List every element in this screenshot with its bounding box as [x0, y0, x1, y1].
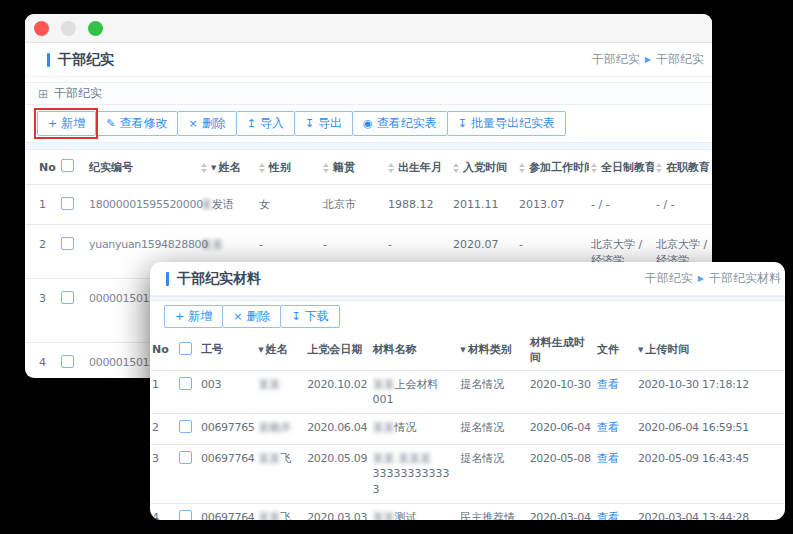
- column-header-generated-time: 材料生成时间: [528, 332, 595, 370]
- column-header-material-name: 材料名称: [370, 332, 458, 370]
- table-header-row: No 工号 ▼姓名 上党会日期 材料名称 ▼材料类别 材料生成时间 文件 ▼上传…: [150, 332, 785, 370]
- column-header-native-place[interactable]: 籍贯: [321, 150, 386, 185]
- column-header-name[interactable]: ▼姓名: [199, 150, 257, 185]
- page-title: 干部纪实材料: [166, 270, 261, 288]
- filter-icon[interactable]: ▼: [211, 164, 216, 172]
- sort-icon[interactable]: [259, 163, 265, 173]
- toolbar: + 新增 ✎ 查看修改 × 删除 ↥ 导入 ↧ 导出 ◉ 查看纪实表 ↧ 批量导…: [25, 105, 712, 142]
- breadcrumb-item[interactable]: 干部纪实: [645, 270, 693, 287]
- select-all-checkbox[interactable]: [61, 159, 74, 172]
- table-row: 1 18000001595520000 某发语 女 北京市 1988.12 20…: [25, 185, 712, 225]
- plus-icon: +: [48, 118, 57, 129]
- annotation-highlight-box: + 新增: [37, 111, 95, 136]
- filter-icon[interactable]: ▼: [258, 346, 263, 354]
- column-header-name[interactable]: ▼姓名: [256, 332, 305, 370]
- delete-button[interactable]: × 删除: [177, 111, 236, 136]
- record-id: 18000001595520000: [87, 185, 199, 225]
- column-header-gender[interactable]: 性别: [257, 150, 321, 185]
- row-checkbox[interactable]: [179, 510, 192, 520]
- import-button[interactable]: ↥ 导入: [236, 111, 295, 136]
- filter-icon[interactable]: ▼: [460, 346, 465, 354]
- upload-icon: ↥: [247, 118, 256, 129]
- breadcrumb: 干部纪实 ▶ 干部纪实材料: [645, 270, 781, 287]
- add-button[interactable]: + 新增: [37, 111, 96, 136]
- column-header-onjob-education[interactable]: 在职教育: [654, 150, 712, 185]
- view-record-table-button[interactable]: ◉ 查看纪实表: [352, 111, 448, 136]
- row-checkbox[interactable]: [61, 355, 74, 368]
- column-header-birth-date[interactable]: 出生年月: [386, 150, 451, 185]
- name-cell: 某某飞: [256, 444, 305, 503]
- column-header-meeting-date: 上党会日期: [305, 332, 370, 370]
- column-header-upload-time[interactable]: ▼上传时间: [636, 332, 785, 370]
- sort-icon[interactable]: [656, 163, 662, 173]
- minimize-button[interactable]: [61, 21, 76, 36]
- title-accent-bar: [166, 272, 169, 286]
- edit-icon: ✎: [106, 118, 115, 129]
- close-icon: ×: [188, 118, 197, 129]
- name-cell: 某发语: [199, 185, 257, 225]
- batch-export-record-table-button[interactable]: ↧ 批量导出纪实表: [447, 111, 566, 136]
- name-cell: 某某: [256, 370, 305, 414]
- chevron-right-icon: ▶: [698, 274, 704, 283]
- titlebar: [25, 14, 712, 43]
- column-header-employee-id: 工号: [199, 332, 256, 370]
- view-file-link[interactable]: 查看: [597, 452, 619, 465]
- sort-icon[interactable]: [201, 163, 207, 173]
- chevron-right-icon: ▶: [645, 55, 651, 64]
- eye-icon: ◉: [363, 118, 373, 129]
- close-icon: ×: [233, 311, 242, 322]
- view-edit-button[interactable]: ✎ 查看修改: [95, 111, 178, 136]
- close-button[interactable]: [34, 21, 49, 36]
- delete-button[interactable]: × 删除: [222, 305, 281, 328]
- maximize-button[interactable]: [88, 21, 103, 36]
- download-icon: ↧: [458, 118, 467, 129]
- row-checkbox[interactable]: [61, 291, 74, 304]
- breadcrumb-item: 干部纪实: [656, 51, 704, 68]
- table-header-row: No 纪实编号 ▼姓名 性别 籍贯 出生年月 入党时间 参加工作时间 全日制教育…: [25, 150, 712, 185]
- filter-icon[interactable]: ▼: [638, 346, 643, 354]
- column-header-material-category[interactable]: ▼材料类别: [458, 332, 527, 370]
- sort-icon[interactable]: [591, 163, 597, 173]
- table-row: 1 003 某某 2020.10.02 某某上会材料001 提名情况 2020-…: [150, 370, 785, 414]
- download-icon: ↧: [305, 118, 314, 129]
- column-header-fulltime-education[interactable]: 全日制教育: [589, 150, 654, 185]
- view-file-link[interactable]: 查看: [597, 378, 619, 391]
- column-header-select: [177, 332, 199, 370]
- sort-icon[interactable]: [519, 163, 525, 173]
- breadcrumb: 干部纪实 ▶ 干部纪实: [592, 51, 704, 68]
- view-file-link[interactable]: 查看: [597, 511, 619, 520]
- material-name-cell: 某某情况: [370, 414, 458, 444]
- view-file-link[interactable]: 查看: [597, 421, 619, 434]
- row-checkbox[interactable]: [179, 377, 192, 390]
- sort-icon[interactable]: [453, 163, 459, 173]
- material-name-cell: 某某 某某某333333333333: [370, 444, 458, 503]
- row-checkbox[interactable]: [61, 237, 74, 250]
- select-all-checkbox[interactable]: [179, 342, 192, 355]
- section-bar: ⊞ 干部纪实: [25, 82, 712, 105]
- sort-icon[interactable]: [323, 163, 329, 173]
- row-checkbox[interactable]: [179, 420, 192, 433]
- export-button[interactable]: ↧ 导出: [294, 111, 353, 136]
- column-header-no: No: [150, 332, 177, 370]
- title-accent-bar: [47, 53, 50, 67]
- table-row: 2 00697765 某晓卉 2020.06.04 某某情况 提名情况 2020…: [150, 414, 785, 444]
- divider: [25, 142, 712, 150]
- table-row: 4 00697764 某某飞 2020.03.03 某某测试 民主推荐情况 20…: [150, 504, 785, 520]
- column-header-party-join-date[interactable]: 入党时间: [451, 150, 517, 185]
- row-checkbox[interactable]: [61, 197, 74, 210]
- breadcrumb-item: 干部纪实材料: [709, 270, 781, 287]
- plus-icon: +: [175, 311, 184, 322]
- page-header: 干部纪实 干部纪实 ▶ 干部纪实: [25, 43, 712, 77]
- download-icon: ↧: [291, 311, 300, 322]
- sort-icon[interactable]: [388, 163, 394, 173]
- download-button[interactable]: ↧ 下载: [280, 305, 339, 328]
- row-checkbox[interactable]: [179, 451, 192, 464]
- name-cell: 某晓卉: [256, 414, 305, 444]
- material-table: No 工号 ▼姓名 上党会日期 材料名称 ▼材料类别 材料生成时间 文件 ▼上传…: [150, 332, 785, 520]
- toolbar: + 新增 × 删除 ↧ 下载: [150, 301, 785, 332]
- column-header-work-start-date[interactable]: 参加工作时间: [517, 150, 589, 185]
- material-name-cell: 某某上会材料001: [370, 370, 458, 414]
- breadcrumb-item[interactable]: 干部纪实: [592, 51, 640, 68]
- add-button[interactable]: + 新增: [164, 305, 223, 328]
- column-header-select: [59, 150, 87, 185]
